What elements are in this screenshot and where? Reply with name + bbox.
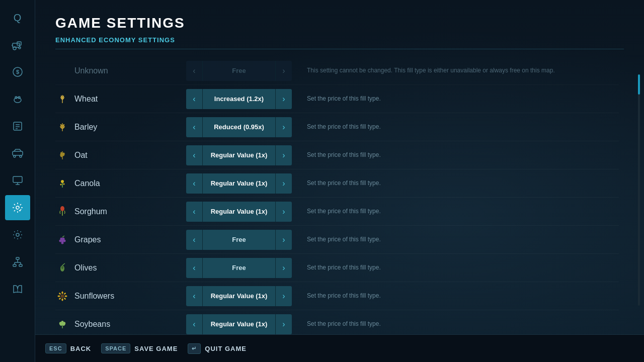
save-game-label: SAVE GAME bbox=[134, 345, 178, 352]
wheat-next-btn[interactable]: › bbox=[276, 89, 292, 109]
animals-icon bbox=[12, 93, 24, 105]
setting-row-oat: Oat ‹ Regular Value (1x) › Set the price… bbox=[55, 141, 619, 169]
svg-point-46 bbox=[61, 294, 64, 298]
unknown-prev-btn[interactable]: ‹ bbox=[186, 61, 202, 81]
crop-settings-active-icon bbox=[12, 202, 24, 214]
olives-selector: ‹ Free › bbox=[186, 258, 292, 278]
back-button[interactable]: ESC BACK bbox=[45, 343, 91, 353]
sidebar-item-vehicles[interactable] bbox=[5, 141, 30, 166]
sunflowers-label: Sunflowers bbox=[55, 289, 186, 303]
barley-name: Barley bbox=[74, 123, 97, 132]
oat-value: Regular Value (1x) bbox=[202, 145, 276, 165]
unknown-description: This setting cannot be changed. This fil… bbox=[292, 66, 619, 75]
unknown-value: Free bbox=[202, 61, 276, 81]
grapes-prev-btn[interactable]: ‹ bbox=[186, 230, 202, 250]
canola-next-btn[interactable]: › bbox=[276, 173, 292, 194]
page-title: GAME SETTINGS bbox=[55, 15, 624, 31]
sidebar-item-q[interactable]: Q bbox=[5, 5, 30, 30]
grapes-label: Grapes bbox=[55, 233, 186, 247]
grapes-name: Grapes bbox=[74, 235, 101, 244]
sorghum-label: Sorghum bbox=[55, 205, 186, 219]
setting-row-wheat: Wheat ‹ Increased (1.2x) › Set the price… bbox=[55, 85, 619, 113]
olives-prev-btn[interactable]: ‹ bbox=[186, 258, 202, 278]
sidebar-item-gear[interactable] bbox=[5, 222, 30, 247]
scrollbar-thumb[interactable] bbox=[638, 74, 640, 95]
soybeans-next-btn[interactable]: › bbox=[276, 314, 292, 334]
space-key-badge: SPACE bbox=[101, 343, 130, 353]
network-icon bbox=[12, 256, 23, 267]
oat-prev-btn[interactable]: ‹ bbox=[186, 145, 202, 165]
svg-point-22 bbox=[16, 233, 19, 236]
oat-next-btn[interactable]: › bbox=[276, 145, 292, 165]
quit-game-button[interactable]: ↵ QUIT GAME bbox=[188, 343, 247, 354]
soybeans-selector: ‹ Regular Value (1x) › bbox=[186, 314, 292, 334]
sidebar-item-monitor[interactable] bbox=[5, 168, 30, 193]
svg-point-20 bbox=[16, 206, 19, 209]
missions-icon bbox=[12, 121, 23, 132]
svg-rect-24 bbox=[13, 264, 16, 266]
unknown-selector: ‹ Free › bbox=[186, 61, 292, 81]
canola-description: Set the price of this fill type. bbox=[292, 179, 619, 188]
soybeans-label: Soybeans bbox=[55, 317, 186, 331]
wheat-name: Wheat bbox=[74, 95, 98, 104]
svg-point-16 bbox=[20, 155, 22, 157]
sidebar-item-network[interactable] bbox=[5, 249, 30, 275]
sorghum-value: Regular Value (1x) bbox=[202, 202, 276, 222]
sidebar-item-tractor[interactable] bbox=[5, 32, 30, 57]
soybeans-name: Soybeans bbox=[74, 320, 110, 329]
monitor-icon bbox=[12, 175, 23, 186]
olives-icon bbox=[55, 261, 69, 275]
barley-prev-btn[interactable]: ‹ bbox=[186, 117, 202, 137]
setting-row-sunflowers: Sunflowers ‹ Regular Value (1x) › Set th… bbox=[55, 282, 619, 310]
grapes-next-btn[interactable]: › bbox=[276, 230, 292, 250]
sidebar-item-book[interactable] bbox=[5, 277, 30, 302]
barley-selector: ‹ Reduced (0.95x) › bbox=[186, 117, 292, 137]
svg-point-50 bbox=[65, 295, 67, 297]
setting-row-barley: Barley ‹ Reduced (0.95x) › Set the price… bbox=[55, 113, 619, 141]
vehicles-icon bbox=[12, 147, 24, 159]
sidebar-item-missions[interactable] bbox=[5, 114, 30, 139]
sorghum-icon bbox=[55, 205, 69, 219]
wheat-prev-btn[interactable]: ‹ bbox=[186, 89, 202, 109]
unknown-label: Unknown bbox=[55, 64, 186, 78]
sunflowers-description: Set the price of this fill type. bbox=[292, 292, 619, 300]
gear-icon bbox=[12, 229, 23, 240]
sorghum-description: Set the price of this fill type. bbox=[292, 207, 619, 216]
svg-point-15 bbox=[14, 155, 16, 157]
sidebar-item-animals[interactable] bbox=[5, 86, 30, 112]
barley-label: Barley bbox=[55, 120, 186, 134]
sidebar-item-economy[interactable]: $ bbox=[5, 59, 30, 84]
sunflowers-next-btn[interactable]: › bbox=[276, 286, 292, 306]
svg-point-45 bbox=[61, 266, 63, 269]
save-game-button[interactable]: SPACE SAVE GAME bbox=[101, 343, 178, 353]
barley-description: Set the price of this fill type. bbox=[292, 123, 619, 131]
svg-point-35 bbox=[60, 184, 62, 185]
canola-name: Canola bbox=[74, 179, 100, 188]
svg-text:$: $ bbox=[16, 69, 19, 75]
setting-row-canola: Canola ‹ Regular Value (1x) › Set the pr… bbox=[55, 169, 619, 198]
sunflowers-prev-btn[interactable]: ‹ bbox=[186, 286, 202, 306]
sorghum-next-btn[interactable]: › bbox=[276, 202, 292, 222]
svg-point-2 bbox=[19, 47, 21, 49]
olives-value: Free bbox=[202, 258, 276, 278]
sidebar-item-crop-settings[interactable] bbox=[5, 195, 30, 220]
olives-next-btn[interactable]: › bbox=[276, 258, 292, 278]
canola-icon bbox=[55, 176, 69, 191]
sorghum-prev-btn[interactable]: ‹ bbox=[186, 202, 202, 222]
barley-value: Reduced (0.95x) bbox=[202, 117, 276, 137]
oat-selector: ‹ Regular Value (1x) › bbox=[186, 145, 292, 165]
barley-next-btn[interactable]: › bbox=[276, 117, 292, 137]
main-content: GAME SETTINGS ENHANCED ECONOMY SETTINGS … bbox=[35, 0, 644, 362]
soybeans-prev-btn[interactable]: ‹ bbox=[186, 314, 202, 334]
wheat-icon bbox=[55, 92, 69, 106]
svg-point-43 bbox=[61, 241, 64, 244]
svg-point-48 bbox=[62, 298, 63, 301]
svg-point-37 bbox=[60, 206, 64, 211]
grapes-icon bbox=[55, 233, 69, 247]
canola-prev-btn[interactable]: ‹ bbox=[186, 173, 202, 194]
sunflowers-value: Regular Value (1x) bbox=[202, 286, 276, 306]
svg-rect-23 bbox=[16, 257, 19, 259]
bottom-bar: ESC BACK SPACE SAVE GAME ↵ QUIT GAME bbox=[35, 334, 644, 362]
back-label: BACK bbox=[70, 345, 92, 352]
unknown-next-btn[interactable]: › bbox=[276, 61, 292, 81]
